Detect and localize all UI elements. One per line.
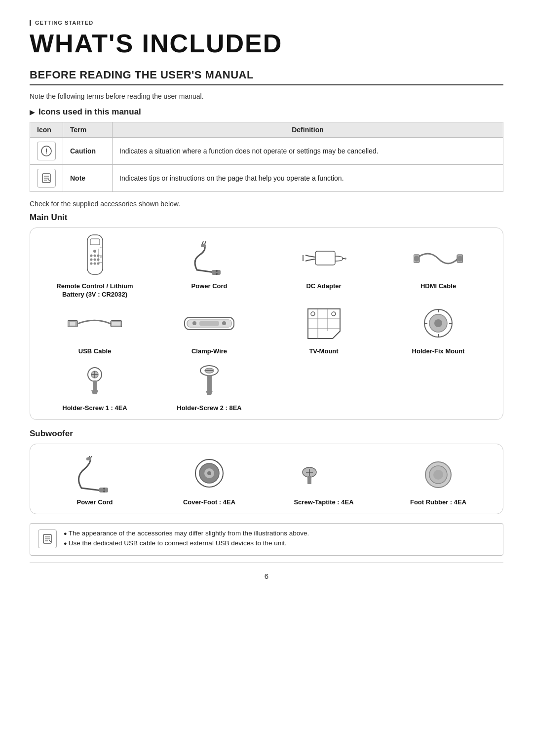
col-header-icon: Icon <box>30 122 63 138</box>
table-row: Note Indicates tips or instructions on t… <box>30 165 503 192</box>
icons-table: Icon Term Definition ! Caution Indicates… <box>30 122 503 192</box>
page-title: WHAT'S INCLUDED <box>30 30 503 58</box>
main-unit-box: S Remote Control / LithiumBattery (3V : … <box>30 227 503 420</box>
cover-foot-icon <box>191 456 228 493</box>
note-icon-box <box>37 169 56 188</box>
holder-fix-label: Holder-Fix Mount <box>412 347 465 356</box>
col-header-definition: Definition <box>113 122 503 138</box>
foot-rubber-icon <box>423 460 453 490</box>
sub-power-cord-label: Power Cord <box>77 498 113 507</box>
svg-point-60 <box>103 488 105 490</box>
svg-point-61 <box>103 491 105 492</box>
sub-power-cord-icon <box>72 456 118 493</box>
col-header-term: Term <box>63 122 113 138</box>
main-unit-grid: S Remote Control / LithiumBattery (3V : … <box>39 239 494 413</box>
sub-accessory-power-cord: Power Cord <box>39 455 151 507</box>
screw-taptite-label: Screw-Taptite : 4EA <box>294 498 353 507</box>
usb-cable-icon <box>68 311 122 336</box>
note-item-1: The appearance of the accessories may di… <box>64 529 309 537</box>
svg-rect-53 <box>93 380 97 391</box>
svg-point-16 <box>97 263 99 265</box>
svg-point-11 <box>93 255 96 257</box>
holder-screw1-label: Holder-Screw 1 : 4EA <box>62 404 127 413</box>
usb-cable-label: USB Cable <box>78 347 111 356</box>
accessory-clamp-wire: Clamp-Wire <box>153 304 265 356</box>
dc-adapter-label: DC Adapter <box>306 282 341 291</box>
holder-screw1-icon <box>80 366 110 395</box>
svg-point-40 <box>311 312 315 316</box>
svg-point-26 <box>344 258 346 260</box>
remote-icon: S <box>81 234 109 283</box>
clamp-wire-icon <box>182 310 236 337</box>
subwoofer-title: Subwoofer <box>30 429 503 439</box>
notes-list: The appearance of the accessories may di… <box>64 529 309 549</box>
dc-adapter-icon <box>301 241 347 276</box>
accessory-usb-cable: USB Cable <box>39 304 151 356</box>
accessory-holder-screw2: Holder-Screw 2 : 8EA <box>153 361 265 413</box>
remote-label: Remote Control / LithiumBattery (3V : CR… <box>56 282 133 299</box>
accessory-power-cord: Power Cord <box>153 239 265 299</box>
sub-accessory-foot-rubber: Foot Rubber : 4EA <box>382 455 494 507</box>
accessory-holder-screw1: Holder-Screw 1 : 4EA <box>39 361 151 413</box>
intro-text: Note the following terms before reading … <box>30 92 503 100</box>
svg-point-37 <box>192 321 196 325</box>
svg-point-13 <box>97 259 99 261</box>
svg-rect-58 <box>86 457 91 460</box>
svg-point-44 <box>434 319 442 327</box>
svg-point-22 <box>216 270 218 272</box>
section-title: BEFORE READING THE USER'S MANUAL <box>30 69 503 85</box>
svg-point-38 <box>222 321 226 325</box>
svg-point-17 <box>93 263 96 265</box>
caution-definition: Indicates a situation where a function d… <box>113 138 503 165</box>
svg-point-23 <box>216 273 218 275</box>
svg-point-41 <box>332 312 336 316</box>
tv-mount-label: TV-Mount <box>309 347 338 356</box>
accessory-hdmi-cable: HDMI Cable <box>382 239 494 299</box>
subwoofer-grid: Power Cord Cover-Foot : 4EA <box>39 455 494 507</box>
hdmi-cable-icon <box>414 244 463 273</box>
svg-rect-57 <box>207 375 212 392</box>
bottom-divider <box>30 563 503 563</box>
svg-point-8 <box>93 250 96 253</box>
sub-accessory-screw: Screw-Taptite : 4EA <box>268 455 380 507</box>
svg-point-65 <box>207 471 211 475</box>
svg-point-15 <box>90 263 92 265</box>
accessory-holder-fix: Holder-Fix Mount <box>382 304 494 356</box>
subwoofer-box: Power Cord Cover-Foot : 4EA <box>30 444 503 514</box>
svg-text:S: S <box>99 255 102 258</box>
svg-rect-32 <box>70 322 76 325</box>
svg-rect-24 <box>315 251 335 265</box>
page-number: 6 <box>30 572 503 580</box>
caution-icon: ! <box>37 142 56 160</box>
tv-mount-icon <box>303 304 345 343</box>
svg-text:!: ! <box>45 147 48 155</box>
note-item-2: Use the dedicated USB cable to connect e… <box>64 539 309 547</box>
main-unit-title: Main Unit <box>30 213 503 223</box>
sub-accessory-cover-foot: Cover-Foot : 4EA <box>153 455 265 507</box>
svg-rect-20 <box>201 244 206 247</box>
svg-point-12 <box>90 259 92 261</box>
svg-rect-39 <box>199 321 219 326</box>
accessory-tv-mount: TV-Mount <box>268 304 380 356</box>
svg-point-9 <box>90 255 92 257</box>
caution-term: Caution <box>63 138 113 165</box>
holder-screw2-icon <box>196 363 223 398</box>
note-box: The appearance of the accessories may di… <box>30 523 503 556</box>
svg-point-72 <box>433 470 443 480</box>
icons-section-title: Icons used in this manual <box>30 107 503 117</box>
breadcrumb: GETTING STARTED <box>30 20 503 26</box>
svg-rect-7 <box>90 239 100 245</box>
svg-point-14 <box>93 259 96 261</box>
note-box-icon <box>38 529 57 548</box>
foot-rubber-label: Foot Rubber : 4EA <box>410 498 466 507</box>
screw-taptite-icon <box>301 463 347 486</box>
holder-fix-icon <box>422 307 455 340</box>
accessory-remote: S Remote Control / LithiumBattery (3V : … <box>39 239 151 299</box>
hdmi-cable-label: HDMI Cable <box>420 282 456 291</box>
table-row: ! Caution Indicates a situation where a … <box>30 138 503 165</box>
cover-foot-label: Cover-Foot : 4EA <box>183 498 235 507</box>
accessory-dc-adapter: DC Adapter <box>268 239 380 299</box>
svg-rect-34 <box>112 322 120 325</box>
check-text: Check for the supplied accessories shown… <box>30 200 503 208</box>
note-definition: Indicates tips or instructions on the pa… <box>113 165 503 192</box>
